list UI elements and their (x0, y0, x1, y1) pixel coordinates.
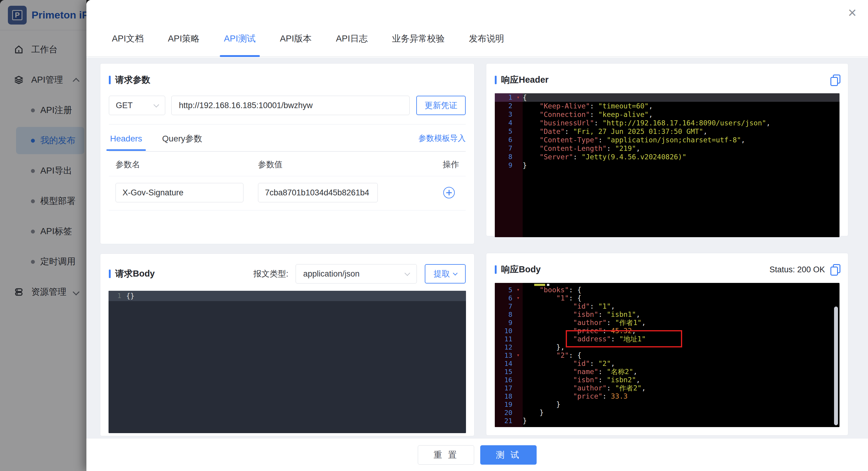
chevron-down-icon (153, 102, 159, 107)
line-number: 7 (495, 144, 523, 153)
address-annotation-red-box (566, 330, 682, 347)
fold-arrow-icon[interactable]: ▾ (517, 351, 520, 359)
line-number: 8 (495, 310, 523, 318)
request-body-editor[interactable]: 1{} (108, 291, 466, 433)
line-number: 17 (495, 384, 523, 392)
tab-api-policy[interactable]: API策略 (168, 33, 200, 56)
code-line: 8 "isbn": "isbn1", (495, 310, 839, 318)
fold-arrow-icon[interactable]: ▾ (517, 294, 520, 302)
code-text: } (523, 409, 544, 417)
code-line: 4 "businessUrl": "http://192.168.17.164:… (495, 119, 839, 127)
code-line: 1▾{ (495, 93, 839, 102)
code-text: {} (126, 291, 134, 301)
line-number: 1▾ (495, 93, 523, 102)
code-line: 9} (495, 161, 839, 170)
reset-button[interactable]: 重 置 (418, 445, 474, 465)
add-param-icon[interactable] (443, 187, 455, 198)
request-params-title: 请求参数 (109, 74, 466, 86)
param-subtabs: Headers Query参数 参数模板导入 (109, 125, 466, 152)
code-text: "isbn": "isbn2", (523, 376, 640, 384)
line-number: 19 (495, 400, 523, 409)
code-text: "id": "1", (523, 302, 615, 310)
line-number: 1 (108, 291, 126, 301)
tab-business-exception-check[interactable]: 业务异常校验 (392, 33, 445, 56)
subtab-headers[interactable]: Headers (109, 126, 144, 150)
code-text: "Content-Type": "application/json;charse… (523, 136, 745, 144)
url-input[interactable] (171, 96, 410, 115)
code-line: 6▾ "1": { (495, 294, 839, 302)
code-line: 20 } (495, 409, 839, 417)
title-accent-bar (495, 76, 497, 84)
fold-arrow-icon[interactable]: ▾ (517, 285, 520, 294)
drawer-footer: 重 置 测 试 (86, 439, 868, 471)
line-number: 6▾ (495, 294, 523, 302)
copy-icon[interactable] (830, 74, 839, 86)
code-text: } (523, 400, 561, 409)
line-number: 12 (495, 343, 523, 351)
code-line: 5 "Date": "Fri, 27 Jun 2025 01:37:50 GMT… (495, 127, 839, 136)
tab-api-test[interactable]: API测试 (224, 33, 256, 56)
code-line: 19 } (495, 400, 839, 409)
line-number: 9 (495, 161, 523, 170)
code-text: } (523, 417, 527, 425)
code-line: 15 "name": "名称2", (495, 368, 839, 376)
line-number: 16 (495, 376, 523, 384)
title-accent-bar (109, 270, 111, 278)
subtab-query-params[interactable]: Query参数 (161, 125, 204, 151)
line-number: 8 (495, 153, 523, 161)
param-name-input[interactable] (116, 183, 244, 202)
method-select[interactable]: GET (109, 96, 165, 115)
line-number: 15 (495, 368, 523, 376)
param-template-import-link[interactable]: 参数模板导入 (418, 133, 466, 143)
code-line: 21} (495, 417, 839, 425)
code-text: } (523, 161, 527, 170)
close-icon[interactable]: × (848, 5, 857, 20)
code-line: 5▾ "books": { (495, 286, 839, 294)
fold-arrow-icon[interactable]: ▾ (517, 93, 520, 101)
code-text: "books": { (523, 286, 582, 294)
code-line: 16 "isbn": "isbn2", (495, 376, 839, 384)
code-text: "isbn": "isbn1", (523, 310, 640, 318)
drawer-tabs: API文档 API策略 API测试 API版本 API日志 业务异常校验 发布说… (86, 0, 868, 57)
title-accent-bar (109, 76, 111, 84)
line-number: 4 (495, 119, 523, 127)
code-line: 1{} (108, 291, 466, 301)
code-line: 13▾ "2": { (495, 351, 839, 360)
col-param-name: 参数名 (116, 159, 258, 170)
update-credential-button[interactable]: 更新凭证 (416, 96, 466, 115)
response-header-editor[interactable]: 1▾{2 "Keep-Alive": "timeout=60",3 "Conne… (495, 93, 839, 237)
line-number: 2 (495, 102, 523, 110)
drawer-content: 请求参数 GET 更新凭证 Headers Query参数 参数模板导入 (86, 58, 868, 439)
code-text: "Connection": "keep-alive", (523, 110, 653, 119)
code-text: "author": "作者2", (523, 384, 646, 392)
param-table-row (109, 176, 466, 210)
line-number: 11 (495, 335, 523, 343)
scrollbar-thumb[interactable] (834, 306, 838, 425)
response-header-card: 响应Header 1▾{2 "Keep-Alive": "timeout=60"… (486, 63, 848, 236)
code-text: "businessUrl": "http://192.168.17.164:80… (523, 119, 770, 127)
copy-icon[interactable] (830, 264, 839, 275)
extract-button[interactable]: 提取 (425, 264, 466, 283)
divider (109, 124, 466, 125)
tab-api-doc[interactable]: API文档 (112, 33, 144, 56)
tab-release-notes[interactable]: 发布说明 (469, 33, 504, 56)
modal-backdrop[interactable] (0, 0, 86, 471)
test-button[interactable]: 测 试 (480, 445, 537, 465)
tab-api-version[interactable]: API版本 (280, 33, 312, 56)
content-type-select[interactable]: application/json (296, 264, 417, 283)
param-value-input[interactable] (258, 183, 378, 202)
line-number: 3 (495, 110, 523, 119)
line-number: 14 (495, 360, 523, 368)
line-number: 5 (495, 127, 523, 136)
chevron-down-icon (404, 270, 410, 276)
code-text: "Date": "Fri, 27 Jun 2025 01:37:50 GMT", (523, 127, 707, 136)
tab-api-log[interactable]: API日志 (336, 33, 368, 56)
response-body-editor[interactable]: 5▾ "books": {6▾ "1": {7 "id": "1",8 "isb… (495, 283, 839, 427)
code-line: 17 "author": "作者2", (495, 384, 839, 392)
line-number: 6 (495, 136, 523, 144)
code-line: 6 "Content-Type": "application/json;char… (495, 136, 839, 144)
chevron-down-icon (453, 270, 458, 275)
request-body-title: 请求Body (109, 268, 155, 280)
line-number: 10 (495, 327, 523, 335)
response-header-title: 响应Header (495, 74, 549, 86)
